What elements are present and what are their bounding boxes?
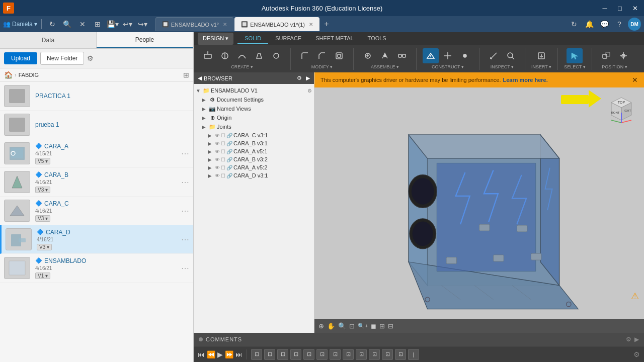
zoom-icon[interactable]: 🔍: [338, 322, 346, 330]
refresh-button[interactable]: ↻: [46, 18, 59, 31]
tree-cara-a-2[interactable]: ▶ 👁 ☐ 🔗 CARA_A v5:2: [194, 163, 314, 171]
pan-icon[interactable]: ✋: [327, 322, 335, 330]
close-panel-button[interactable]: ✕: [76, 18, 89, 31]
upload-button[interactable]: Upload: [4, 52, 37, 64]
modify-fillet-button[interactable]: [297, 48, 313, 63]
fit-icon[interactable]: ⊡: [349, 322, 355, 330]
help-button[interactable]: ?: [613, 18, 626, 31]
browser-expand-button[interactable]: ▶: [306, 75, 310, 81]
add-tab-button[interactable]: +: [320, 18, 333, 30]
timeline-pin-8[interactable]: ⊡: [343, 349, 354, 360]
go-start-button[interactable]: ⏮: [198, 350, 205, 358]
tab2-close[interactable]: ✕: [309, 22, 313, 27]
tree-cara-a-1[interactable]: ▶ 👁 ☐ 🔗 CARA_A v5:1: [194, 147, 314, 155]
grid-icon[interactable]: ⊞: [379, 322, 385, 330]
redo-button[interactable]: ↪▾: [136, 18, 149, 31]
step-forward-button[interactable]: ⏩: [225, 350, 233, 358]
view-options-icon[interactable]: ⊟: [388, 322, 393, 330]
tree-joints[interactable]: ▶ 📁 Joints: [194, 122, 314, 131]
version-badge[interactable]: V1 ▾: [35, 273, 50, 279]
search-button[interactable]: 🔍: [61, 18, 74, 31]
design-dropdown-button[interactable]: DESIGN ▾: [198, 33, 233, 45]
undo-button[interactable]: ↩▾: [121, 18, 134, 31]
timeline-pin-7[interactable]: ⊡: [330, 349, 341, 360]
timeline-pin-12[interactable]: ⊡: [395, 349, 406, 360]
file-more-button[interactable]: ⋯: [181, 149, 189, 158]
comments-expand-button[interactable]: ▶: [634, 336, 639, 343]
tree-origin[interactable]: ▶ ⊕ Origin: [194, 113, 314, 122]
timeline-pin-11[interactable]: ⊡: [382, 349, 393, 360]
version-badge[interactable]: V5 ▾: [35, 158, 50, 164]
select-button[interactable]: [567, 48, 583, 63]
tab-surface[interactable]: SURFACE: [268, 33, 308, 44]
tree-cara-d[interactable]: ▶ 👁 ☐ 🔗 CARA_D v3:1: [194, 171, 314, 179]
construct-axis-button[interactable]: [440, 48, 456, 63]
timeline-pin-4[interactable]: ⊡: [290, 349, 301, 360]
new-folder-button[interactable]: New Folder: [40, 52, 84, 65]
position-transform-button[interactable]: [615, 48, 631, 63]
tree-root-item[interactable]: ▼ 📁 ENSAMBLADO V1 ⚙: [194, 86, 314, 95]
list-item[interactable]: 🔷 CARA_C 4/16/21 V3 ▾ ⋯: [0, 197, 193, 225]
construct-plane-button[interactable]: [423, 48, 439, 63]
maximize-button[interactable]: □: [613, 3, 627, 14]
assemble-new-button[interactable]: [360, 48, 376, 63]
viewcube[interactable]: TOP IGHT RONT: [604, 93, 639, 128]
modify-shell-button[interactable]: [331, 48, 347, 63]
tree-cara-b-1[interactable]: ▶ 👁 ☐ 🔗 CARA_B v3:1: [194, 139, 314, 147]
minimize-button[interactable]: ─: [598, 3, 612, 14]
version-badge[interactable]: V3 ▾: [35, 215, 50, 222]
tab-data[interactable]: Data: [0, 32, 97, 48]
play-button[interactable]: ▶: [217, 350, 223, 358]
zoom-in-icon[interactable]: 🔍+: [358, 323, 368, 329]
assemble-motion-button[interactable]: [394, 48, 410, 63]
breadcrumb-folder[interactable]: FABDIG: [19, 72, 39, 78]
insert-button[interactable]: [533, 48, 549, 63]
timeline-pin-10[interactable]: ⊡: [369, 349, 380, 360]
inspect-analysis-button[interactable]: [503, 48, 519, 63]
go-end-button[interactable]: ⏭: [235, 350, 243, 358]
tab-ensamblado-v1-1[interactable]: 🔲 ENSAMBLADO v1*(1) ✕: [234, 17, 319, 31]
tab-solid[interactable]: SOLID: [237, 33, 268, 44]
tab1-close[interactable]: ✕: [223, 22, 227, 27]
timeline-pin-2[interactable]: ⊡: [264, 349, 275, 360]
construct-point-button[interactable]: [457, 48, 473, 63]
orbit-icon[interactable]: ⊕: [318, 322, 324, 330]
close-button[interactable]: ✕: [628, 3, 642, 14]
tree-cara-b-2[interactable]: ▶ 👁 ☐ 🔗 CARA_B v3:2: [194, 155, 314, 163]
help-refresh-button[interactable]: ↻: [568, 18, 581, 31]
browser-collapse-button[interactable]: ◀: [198, 75, 202, 81]
grid-view-button[interactable]: ⊞: [91, 18, 104, 31]
create-sweep-button[interactable]: [234, 48, 250, 63]
list-item[interactable]: PRACTICA 1: [0, 82, 193, 111]
create-hole-button[interactable]: [268, 48, 284, 63]
notification-link[interactable]: Learn more here.: [503, 77, 548, 83]
file-more-button[interactable]: ⋯: [181, 235, 189, 244]
tab-people[interactable]: People: [97, 32, 193, 48]
version-badge[interactable]: V3 ▾: [37, 244, 52, 250]
create-revolve-button[interactable]: [217, 48, 233, 63]
timeline-pin-3[interactable]: ⊡: [277, 349, 288, 360]
modify-chamfer-button[interactable]: [314, 48, 330, 63]
tab-sheet-metal[interactable]: SHEET METAL: [308, 33, 360, 44]
position-align-button[interactable]: [598, 48, 614, 63]
save-dropdown-button[interactable]: 💾▾: [106, 18, 119, 31]
list-item[interactable]: 🔷 CARA_B 4/16/21 V3 ▾ ⋯: [0, 168, 193, 197]
list-item[interactable]: 🔷 CARA_A 4/15/21 V5 ▾ ⋯: [0, 139, 193, 168]
list-item[interactable]: 🔷 ENSAMBLADO 4/16/21 V1 ▾ ⋯: [0, 254, 193, 283]
notification-button[interactable]: 🔔: [583, 18, 596, 31]
viewport[interactable]: This computer's graphics driver or hardw…: [314, 72, 644, 333]
timeline-pin-6[interactable]: ⊡: [316, 349, 328, 360]
home-icon[interactable]: 🏠: [4, 71, 13, 79]
tree-document-settings[interactable]: ▶ ⚙ Document Settings: [194, 95, 314, 104]
create-loft-button[interactable]: [251, 48, 267, 63]
tree-cara-c[interactable]: ▶ 👁 ☐ 🔗 CARA_C v3:1: [194, 131, 314, 139]
timeline-pin-13[interactable]: |: [408, 349, 419, 360]
notification-close-button[interactable]: ✕: [632, 76, 638, 84]
tab-tools[interactable]: TOOLS: [361, 33, 393, 44]
folder-settings-button[interactable]: ⚙: [87, 54, 94, 62]
avatar[interactable]: DM: [628, 18, 641, 31]
list-item[interactable]: 🔷 CARA_D 4/16/21 V3 ▾ ⋯: [0, 225, 193, 254]
messages-button[interactable]: 💬: [598, 18, 611, 31]
tab-ensamblado-v1[interactable]: 🔲 ENSAMBLADO v1° ✕: [155, 17, 233, 31]
create-extrude-button[interactable]: [200, 48, 216, 63]
